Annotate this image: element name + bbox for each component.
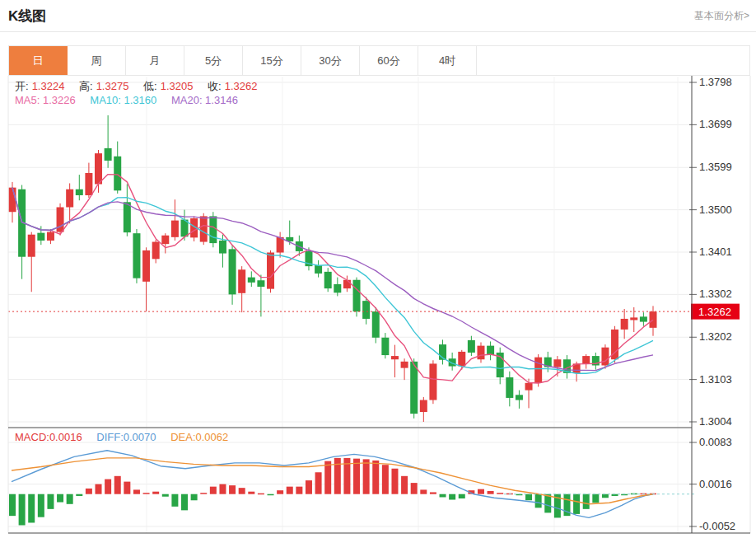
close-value: 1.3262 xyxy=(225,80,258,92)
macd-value: MACD:0.0016 xyxy=(15,431,82,443)
low-label: 低: xyxy=(143,80,157,92)
ma10-value: MA10: 1.3160 xyxy=(90,94,156,106)
dea-value: DEA:0.0062 xyxy=(170,431,228,443)
open-value: 1.3224 xyxy=(32,80,65,92)
open-label: 开: xyxy=(15,80,29,92)
macd-bar: MACD:0.0016 DIFF:0.0070 DEA:0.0062 xyxy=(15,431,231,443)
diff-value: DIFF:0.0070 xyxy=(96,431,156,443)
svg-text:0.0016: 0.0016 xyxy=(699,478,732,490)
svg-text:1.3103: 1.3103 xyxy=(699,373,732,386)
svg-text:1.3699: 1.3699 xyxy=(699,118,732,130)
low-value: 1.3205 xyxy=(161,80,194,92)
high-label: 高: xyxy=(79,80,93,92)
svg-text:1.3798: 1.3798 xyxy=(699,76,732,88)
ma20-value: MA20: 1.3146 xyxy=(171,94,238,106)
svg-text:1.3599: 1.3599 xyxy=(699,161,732,173)
svg-text:0.0083: 0.0083 xyxy=(699,436,732,448)
ohlc-bar: 开:1.3224 高:1.3275 低:1.3205 收:1.3262 xyxy=(15,79,260,94)
svg-text:1.3302: 1.3302 xyxy=(699,288,732,300)
svg-text:1.3004: 1.3004 xyxy=(699,415,732,428)
svg-text:1.3500: 1.3500 xyxy=(699,204,732,216)
svg-text:1.3401: 1.3401 xyxy=(699,246,732,258)
close-label: 收: xyxy=(208,80,222,92)
svg-text:1.3262: 1.3262 xyxy=(698,306,731,318)
high-value: 1.3275 xyxy=(96,80,129,92)
ma-bar: MA5: 1.3226 MA10: 1.3160 MA20: 1.3146 xyxy=(15,94,241,106)
svg-text:-0.0052: -0.0052 xyxy=(699,520,735,532)
svg-text:1.3202: 1.3202 xyxy=(699,330,732,343)
kline-app: K线图 基本面分析> 日 周 月 5分 15分 30分 60分 4时 1.379… xyxy=(0,0,756,538)
ma5-value: MA5: 1.3226 xyxy=(15,94,76,106)
